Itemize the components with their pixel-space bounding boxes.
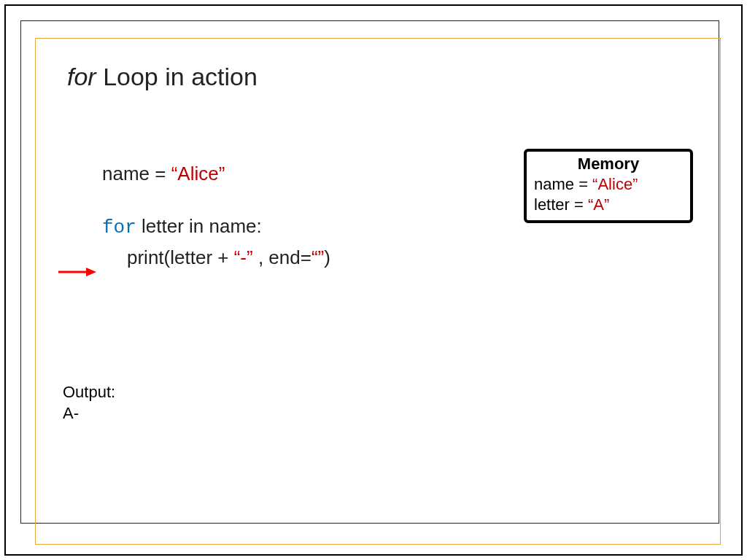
memory-title: Memory (534, 155, 683, 174)
output-value: A- (63, 403, 115, 424)
code-line-print: print(letter + “-” , end=“”) (102, 243, 330, 273)
memory-row-name: name = “Alice” (534, 175, 683, 194)
code-block: name = “Alice” for letter in name: print… (102, 159, 330, 273)
code-line-assign: name = “Alice” (102, 159, 330, 190)
title-keyword: for (67, 63, 96, 90)
output-label: Output: (63, 382, 115, 403)
output-block: Output: A- (63, 382, 115, 424)
page-title: for Loop in action (67, 63, 258, 91)
memory-panel: Memory name = “Alice” letter = “A” (524, 149, 693, 223)
title-rest: Loop in action (96, 63, 258, 90)
memory-row-letter: letter = “A” (534, 195, 683, 214)
arrow-icon (58, 267, 96, 277)
svg-marker-1 (86, 268, 96, 276)
gold-frame (35, 38, 721, 545)
code-line-for: for letter in name: (102, 211, 330, 244)
